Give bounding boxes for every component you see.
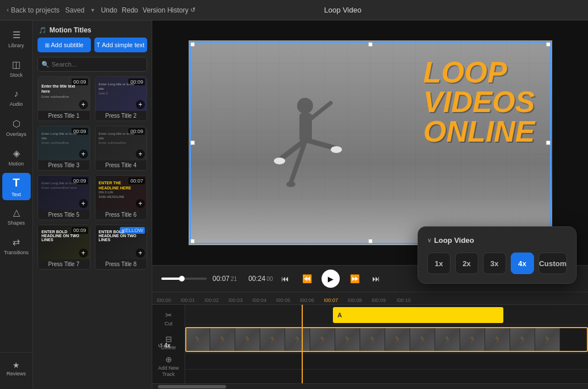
video-frame-thumb: 🏃 bbox=[485, 327, 510, 352]
add-subtitle-button[interactable]: ⊞ Add subtitle bbox=[37, 38, 91, 52]
sidebar-item-library[interactable]: ☰ Library bbox=[2, 25, 31, 52]
subtitle-icon: ⊞ bbox=[45, 42, 49, 48]
loop-option-1x[interactable]: 1x bbox=[427, 253, 451, 274]
scrub-track[interactable] bbox=[161, 278, 207, 280]
svg-point-6 bbox=[274, 158, 285, 164]
panel-title: Motion Titles bbox=[49, 26, 91, 34]
text-clip[interactable]: A bbox=[333, 307, 503, 323]
cut-tool-button[interactable]: ✂ Cut bbox=[156, 307, 182, 330]
loop-option-2x[interactable]: 2x bbox=[455, 253, 478, 274]
video-scene: LOOP VIDEOS ONLINE bbox=[189, 40, 552, 245]
back-chevron-icon: ‹ bbox=[7, 7, 9, 13]
saved-label: Saved bbox=[65, 6, 85, 14]
motion-titles-icon: 🎵 bbox=[39, 27, 47, 34]
title-card-press-title-3[interactable]: 00:09 Enter Long title or lower title En… bbox=[37, 126, 90, 171]
title-card-press-title-1[interactable]: 00:09 Enter the title text here Enter su… bbox=[37, 76, 90, 121]
video-frame-thumb: 🏃 bbox=[360, 327, 385, 352]
title-card-thumb-3: 00:09 Enter Long title or lower title En… bbox=[38, 126, 90, 160]
skip-to-end-button[interactable]: ⏭ bbox=[369, 272, 383, 285]
sidebar-item-transitions[interactable]: ⇄ Transitions bbox=[2, 232, 31, 259]
sidebar-item-reviews[interactable]: ★ Reviews bbox=[2, 357, 31, 380]
saved-dropdown-icon[interactable]: ▼ bbox=[90, 7, 95, 13]
title-card-thumb-6: 00:07 ENTER THE HEADLINE HERE ON 2 LIN S… bbox=[95, 176, 147, 210]
transitions-icon: ⇄ bbox=[12, 237, 20, 247]
search-input[interactable] bbox=[37, 57, 147, 72]
app-title: Loop Video bbox=[324, 6, 362, 14]
cut-icon: ✂ bbox=[165, 311, 172, 320]
scrub-area bbox=[161, 278, 207, 280]
add-track-icon: ⊕ bbox=[165, 355, 172, 364]
title-card-thumb-8: YELLOW ENTER BOLD HEADLINE ON TWO LINES … bbox=[95, 225, 147, 259]
add-simple-text-button[interactable]: T Add simple text bbox=[94, 38, 148, 52]
timeline-scrollbar-thumb[interactable] bbox=[158, 385, 226, 388]
video-frame: LOOP VIDEOS ONLINE bbox=[189, 40, 552, 245]
video-frame-thumb: 🏃 bbox=[435, 327, 460, 352]
text-icon: T bbox=[12, 176, 19, 189]
title-card-press-title-5[interactable]: 00:09 Enter Long title or lower Enter su… bbox=[37, 175, 90, 220]
title-card-press-title-6[interactable]: 00:07 ENTER THE HEADLINE HERE ON 2 LIN S… bbox=[95, 175, 148, 220]
timeline-area: I00:00 I00:01 I00:02 I00:03 I00:04 I00:0… bbox=[152, 292, 588, 389]
title-card-press-title-4[interactable]: 00:09 Enter Long title or lower title En… bbox=[95, 126, 148, 171]
title-card-press-title-8[interactable]: YELLOW ENTER BOLD HEADLINE ON TWO LINES … bbox=[95, 225, 148, 270]
sidebar-item-overlays[interactable]: ⬡ Overlays bbox=[2, 114, 31, 141]
timeline-tracks: ✂ Cut ⊟ Delete ⊕ Add NewTrack A bbox=[152, 305, 588, 383]
step-back-button[interactable]: ⏪ bbox=[300, 272, 314, 285]
stock-icon: ◫ bbox=[12, 59, 20, 70]
loop-options: 1x 2x 3x 4x Custom bbox=[427, 253, 567, 274]
video-frame-thumb: 🏃 bbox=[235, 327, 260, 352]
empty-track-row bbox=[152, 354, 588, 370]
add-new-track-button[interactable]: ⊕ Add NewTrack bbox=[156, 355, 182, 378]
svg-point-8 bbox=[286, 181, 295, 187]
loop-option-custom[interactable]: Custom bbox=[539, 253, 567, 274]
sidebar-item-stock[interactable]: ◫ Stock bbox=[2, 55, 31, 82]
text-track-row: A bbox=[152, 305, 588, 325]
back-button[interactable]: ‹ Back to projects bbox=[7, 6, 60, 14]
shapes-icon: △ bbox=[13, 207, 20, 218]
video-frame-thumb: 🏃 bbox=[310, 327, 335, 352]
video-frame-thumb: 🏃 bbox=[185, 327, 210, 352]
text-clip-label: A bbox=[337, 312, 342, 318]
video-track-row: ↺ 4x 🏃 🏃 🏃 🏃 🏃 🏃 🏃 🏃 🏃 bbox=[152, 325, 588, 354]
video-frame-thumb: 🏃 bbox=[535, 327, 560, 352]
playhead[interactable] bbox=[302, 305, 303, 383]
overlays-icon: ⬡ bbox=[12, 118, 20, 129]
title-card-thumb-5: 00:09 Enter Long title or lower Enter su… bbox=[38, 176, 90, 210]
loop-option-4x[interactable]: 4x bbox=[511, 253, 534, 274]
main-layout: ☰ Library ◫ Stock ♪ Audio ⬡ Overlays ◈ M… bbox=[0, 20, 588, 389]
sidebar-item-motion[interactable]: ◈ Motion bbox=[2, 143, 31, 171]
undo-button[interactable]: Undo bbox=[101, 6, 118, 14]
redo-button[interactable]: Redo bbox=[122, 6, 138, 14]
video-frame-thumb: 🏃 bbox=[210, 327, 235, 352]
title-card-thumb-4: 00:09 Enter Long title or lower title En… bbox=[95, 126, 147, 160]
sidebar-item-shapes[interactable]: △ Shapes bbox=[2, 202, 31, 230]
svg-line-5 bbox=[306, 140, 336, 148]
dancer-silhouette bbox=[262, 86, 365, 211]
loop-option-3x[interactable]: 3x bbox=[483, 253, 506, 274]
sidebar-item-text[interactable]: T Text bbox=[2, 173, 31, 200]
video-strip[interactable]: 🏃 🏃 🏃 🏃 🏃 🏃 🏃 🏃 🏃 🏃 🏃 🏃 🏃 🏃 bbox=[185, 327, 588, 352]
title-card-thumb-1: 00:09 Enter the title text here Enter su… bbox=[38, 77, 90, 111]
play-button[interactable]: ▶ bbox=[322, 270, 340, 288]
timeline-ruler: I00:00 I00:01 I00:02 I00:03 I00:04 I00:0… bbox=[152, 292, 588, 305]
panel-header: 🎵 Motion Titles bbox=[33, 20, 152, 38]
loop-badge: ↺ 4x bbox=[158, 342, 170, 349]
skip-to-start-button[interactable]: ⏮ bbox=[278, 272, 292, 285]
step-forward-button[interactable]: ⏩ bbox=[348, 272, 361, 285]
icon-sidebar: ☰ Library ◫ Stock ♪ Audio ⬡ Overlays ◈ M… bbox=[0, 20, 33, 389]
title-card-press-title-2[interactable]: 00:09 Enter Long title or lower title Li… bbox=[95, 76, 148, 121]
timeline-scrollbar[interactable] bbox=[152, 383, 588, 389]
transport-controls: ⏮ ⏪ ▶ ⏩ ⏭ bbox=[278, 270, 383, 288]
version-history-button[interactable]: Version History ↺ bbox=[143, 6, 195, 14]
video-frame-thumb: 🏃 bbox=[285, 327, 310, 352]
panel-buttons: ⊞ Add subtitle T Add simple text bbox=[33, 38, 152, 57]
sidebar-bottom: ★ Reviews bbox=[0, 352, 32, 384]
sidebar-item-audio[interactable]: ♪ Audio bbox=[2, 84, 31, 111]
search-icon: 🔍 bbox=[41, 61, 49, 68]
center-area: LOOP VIDEOS ONLINE bbox=[152, 20, 588, 389]
reviews-icon: ★ bbox=[12, 361, 20, 370]
title-card-thumb-7: 00:09 ENTER BOLD HEADLINE ON TWO LINES + bbox=[38, 225, 90, 259]
title-card-thumb-2: 00:09 Enter Long title or lower title Li… bbox=[95, 77, 147, 111]
title-card-press-title-7[interactable]: 00:09 ENTER BOLD HEADLINE ON TWO LINES +… bbox=[37, 225, 90, 270]
video-frame-thumb: 🏃 bbox=[410, 327, 435, 352]
loop-video-popup: ∨ Loop Video 1x 2x 3x 4x Custom bbox=[418, 226, 577, 284]
